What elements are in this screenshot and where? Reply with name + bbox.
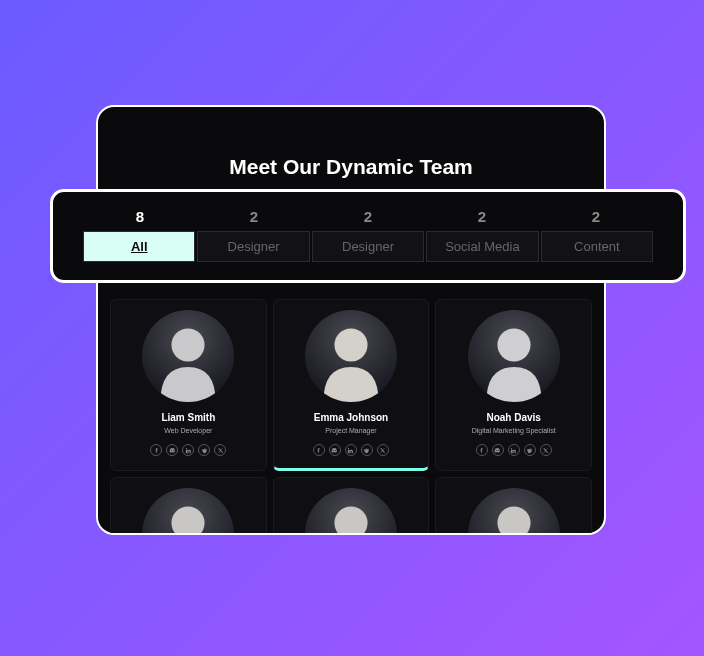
team-card[interactable] xyxy=(110,477,267,535)
linkedin-icon[interactable] xyxy=(182,444,194,456)
svg-point-6 xyxy=(205,447,206,448)
avatar xyxy=(305,310,397,402)
avatar xyxy=(468,310,560,402)
team-card[interactable]: Liam Smith Web Developer xyxy=(110,299,267,471)
facebook-icon[interactable] xyxy=(476,444,488,456)
member-role: Digital Marketing Specialist xyxy=(472,427,556,434)
filter-tab-all[interactable]: All xyxy=(83,231,195,262)
filter-tab-content[interactable]: Content xyxy=(541,231,653,262)
social-links xyxy=(150,444,226,456)
facebook-icon[interactable] xyxy=(313,444,325,456)
x-icon[interactable] xyxy=(214,444,226,456)
svg-point-10 xyxy=(365,449,369,453)
member-name: Noah Davis xyxy=(486,412,540,423)
svg-point-9 xyxy=(348,447,349,448)
member-name: Emma Johnson xyxy=(314,412,388,423)
svg-point-16 xyxy=(511,447,512,448)
member-name: Liam Smith xyxy=(161,412,215,423)
reddit-icon[interactable] xyxy=(198,444,210,456)
svg-point-20 xyxy=(531,447,532,448)
x-icon[interactable] xyxy=(540,444,552,456)
svg-point-23 xyxy=(497,506,530,535)
team-card[interactable] xyxy=(273,477,430,535)
team-card[interactable]: Noah Davis Digital Marketing Specialist xyxy=(435,299,592,471)
facebook-icon[interactable] xyxy=(150,444,162,456)
member-role: Web Developer xyxy=(164,427,212,434)
discord-icon[interactable] xyxy=(166,444,178,456)
team-card[interactable]: Emma Johnson Project Manager xyxy=(273,299,430,471)
team-card[interactable] xyxy=(435,477,592,535)
discord-icon[interactable] xyxy=(329,444,341,456)
filter-count-1: 2 xyxy=(197,208,311,225)
filter-count-0: 8 xyxy=(83,208,197,225)
svg-point-19 xyxy=(527,449,528,450)
avatar xyxy=(305,488,397,535)
svg-rect-1 xyxy=(186,449,187,453)
filter-tab-designer[interactable]: Designer xyxy=(312,231,424,262)
filter-count-4: 2 xyxy=(539,208,653,225)
linkedin-icon[interactable] xyxy=(508,444,520,456)
social-links xyxy=(313,444,389,456)
linkedin-icon[interactable] xyxy=(345,444,357,456)
team-panel: Meet Our Dynamic Team Liam Smith Web Dev… xyxy=(96,105,606,535)
svg-point-17 xyxy=(528,449,532,453)
discord-icon[interactable] xyxy=(492,444,504,456)
reddit-icon[interactable] xyxy=(361,444,373,456)
svg-point-14 xyxy=(497,328,530,361)
svg-point-22 xyxy=(334,506,367,535)
svg-point-11 xyxy=(368,449,369,450)
filter-count-3: 2 xyxy=(425,208,539,225)
avatar xyxy=(142,488,234,535)
svg-point-21 xyxy=(172,506,205,535)
svg-point-12 xyxy=(364,449,365,450)
filter-tab-social-media[interactable]: Social Media xyxy=(426,231,538,262)
svg-point-7 xyxy=(334,328,367,361)
svg-point-0 xyxy=(172,328,205,361)
filter-bar: 82222 AllDesignerDesignerSocial MediaCon… xyxy=(50,189,686,283)
filter-count-2: 2 xyxy=(311,208,425,225)
svg-rect-15 xyxy=(511,449,512,453)
member-role: Project Manager xyxy=(325,427,376,434)
social-links xyxy=(476,444,552,456)
avatar xyxy=(142,310,234,402)
svg-point-5 xyxy=(202,449,203,450)
svg-point-4 xyxy=(206,449,207,450)
svg-rect-8 xyxy=(348,449,349,453)
reddit-icon[interactable] xyxy=(524,444,536,456)
svg-point-3 xyxy=(202,449,206,453)
svg-point-2 xyxy=(186,447,187,448)
svg-point-18 xyxy=(531,449,532,450)
x-icon[interactable] xyxy=(377,444,389,456)
svg-point-13 xyxy=(368,447,369,448)
filter-tab-designer[interactable]: Designer xyxy=(197,231,309,262)
avatar xyxy=(468,488,560,535)
